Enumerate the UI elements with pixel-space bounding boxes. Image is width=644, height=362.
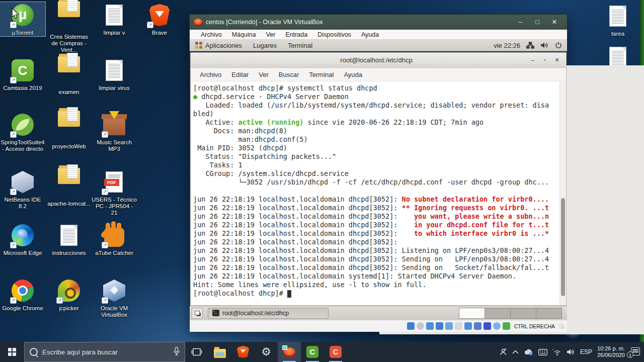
taskbar-app-virtualbox[interactable]: [278, 342, 301, 362]
desktop-icon-google-chrome[interactable]: ↗Google Chrome: [0, 278, 45, 312]
tray-overflow-chevron-icon[interactable]: [512, 350, 519, 354]
virtualbox-icon: [283, 347, 295, 357]
vbox-status-usb-icon[interactable]: [445, 322, 453, 330]
taskbar-app-file-explorer[interactable]: [208, 342, 231, 362]
vm-menu-archivo[interactable]: Archivo: [196, 31, 227, 38]
terminal-window-controls: –▫✕: [527, 57, 566, 63]
terminal-scrollbar-thumb[interactable]: [561, 198, 565, 296]
wifi-icon[interactable]: *: [552, 348, 561, 356]
terminal-line: Status: "Dispatching packets...": [193, 152, 559, 161]
desktop-icon-crea-sistemas-de-compras-vent[interactable]: Crea Sistemas de Compras - Vent...: [46, 2, 92, 53]
terminal-menu-terminal[interactable]: Terminal: [304, 71, 339, 78]
terminal-menu-archivo[interactable]: Archivo: [195, 71, 226, 78]
vm-titlebar[interactable]: centos [Corriendo] - Oracle VM VirtualBo…: [190, 15, 567, 30]
terminal-menu-editar[interactable]: Editar: [226, 71, 254, 78]
terminal-menu-ver[interactable]: Ver: [254, 71, 274, 78]
desktop-icon-label: USERS - Técnico PC - JPR504 - 21: [92, 197, 137, 216]
desktop-icon-atube-catcher[interactable]: ↗aTube Catcher: [92, 222, 137, 256]
desktop-icon-brave[interactable]: ↗Brave: [137, 2, 182, 36]
vbox-status-audio-icon[interactable]: [426, 322, 434, 330]
workspace-3[interactable]: [510, 308, 536, 319]
gnome-menu-lugares[interactable]: Lugares: [248, 40, 282, 51]
vbox-status-hdd-icon[interactable]: [407, 322, 415, 330]
speaker-icon[interactable]: [567, 348, 575, 355]
desktop-icon-microsoft-edge[interactable]: ↗Microsoft Edge: [0, 222, 45, 256]
terminal-body[interactable]: [root@localhost dhcp]# systemctl status …: [191, 82, 566, 305]
gnome-menu-terminal[interactable]: Terminal: [282, 40, 318, 51]
desktop-icon-oracle-vm-virtualbox[interactable]: ↗Oracle VM VirtualBox: [92, 278, 137, 318]
taskbar-app-settings[interactable]: ⚙: [255, 342, 278, 362]
terminal-text: Hint: Some lines were ellipsized, use -l…: [193, 281, 426, 289]
desktop-icon-users-t-cnico-pc-jpr504-21[interactable]: ↗USERS - Técnico PC - JPR504 - 21: [92, 169, 137, 216]
desktop-icon-jcpicker[interactable]: ↗jcpicker: [46, 278, 92, 312]
terminal-text: Status: "Dispatching packets...": [193, 152, 336, 160]
gnome-menu-aplicaciones[interactable]: Aplicaciones: [190, 40, 248, 51]
terminal-line: jun 26 22:18:19 localhost.localdomain dh…: [193, 238, 559, 246]
vm-menu-dispositivos[interactable]: Dispositivos: [312, 31, 356, 38]
terminal-menu-ayuda[interactable]: Ayuda: [339, 71, 367, 78]
terminal-maximize-button[interactable]: ▫: [539, 57, 551, 63]
workspace-1[interactable]: [459, 308, 485, 319]
terminal-close-button[interactable]: ✕: [551, 57, 563, 63]
vbox-status-mouse-icon[interactable]: [493, 322, 501, 330]
terminal-titlebar[interactable]: root@localhost:/etc/dhcp –▫✕: [191, 53, 566, 68]
vbox-status-optical-icon[interactable]: [417, 322, 424, 330]
vbox-status-shared-folder-icon[interactable]: [455, 322, 462, 330]
desktop-icon-music-search-mp3[interactable]: ↗Music Search MP3: [92, 112, 137, 152]
vbox-status-keyboard-icon[interactable]: [503, 322, 510, 330]
start-button[interactable]: [0, 342, 24, 362]
workspace-2[interactable]: [485, 308, 511, 319]
taskbar-app-camtasia-recorder[interactable]: [324, 342, 347, 362]
vbox-status-network-icon[interactable]: [436, 322, 443, 330]
vm-menu-ver[interactable]: Ver: [261, 31, 281, 38]
onedrive-icon[interactable]: [524, 348, 533, 355]
touch-keyboard-icon[interactable]: [538, 349, 547, 355]
desktop-icon-limpiar-virus[interactable]: limpiar virus: [92, 57, 137, 92]
microphone-icon[interactable]: [174, 347, 180, 357]
vbox-status-display-icon[interactable]: [464, 322, 472, 330]
show-desktop-button[interactable]: [192, 308, 203, 319]
taskbar-apps: ⚙: [185, 342, 347, 362]
resize-grip[interactable]: [559, 324, 564, 329]
desktop-icon-tarea[interactable]: tarea: [595, 3, 640, 37]
power-icon[interactable]: [555, 42, 562, 49]
vm-menu-entrada[interactable]: Entrada: [280, 31, 312, 38]
notification-center-icon[interactable]: 1: [630, 347, 640, 356]
search-input[interactable]: Escribe aquí para buscar: [24, 342, 185, 362]
clock[interactable]: 10:26 p. m. 26/06/2020: [597, 345, 625, 358]
terminal-menu-buscar[interactable]: Buscar: [274, 71, 304, 78]
desktop-icon-springtoolsuite4-acceso-directo[interactable]: ↗SpringToolSuite4 - Acceso directo: [0, 112, 45, 152]
vm-close-button[interactable]: ✕: [546, 15, 563, 30]
jcpicker-icon: ↗: [55, 278, 83, 304]
taskbar-app-task-view[interactable]: [185, 342, 208, 362]
vm-maximize-button[interactable]: □: [529, 15, 546, 30]
desktop-icon-examen[interactable]: examen: [46, 57, 92, 96]
vm-menu-máquina[interactable]: Máquina: [227, 31, 261, 38]
taskbar-app-brave[interactable]: [231, 342, 255, 362]
terminal-text: bled): [193, 110, 214, 118]
volume-icon[interactable]: [540, 42, 549, 49]
desktop-icon-torrent[interactable]: ↗µTorrent: [0, 2, 45, 36]
terminal-scrollbar[interactable]: [559, 82, 566, 305]
taskbar-app-camtasia[interactable]: [301, 342, 324, 362]
camtasia-icon: ↗: [9, 57, 36, 83]
workspace-4[interactable]: [536, 308, 562, 319]
doc-icon: [101, 2, 128, 28]
terminal-minimize-button[interactable]: –: [527, 57, 539, 63]
people-icon[interactable]: [499, 348, 507, 356]
shortcut-arrow-icon: ↗: [10, 189, 17, 195]
desktop-icon-netbeans-ide-8-2[interactable]: ↗NetBeans IDE 8.2: [0, 169, 45, 210]
vbox-status-features-icon[interactable]: [484, 322, 491, 330]
desktop-icon-limpiar-v[interactable]: limpiar v: [92, 2, 137, 36]
vbox-status-recording-icon[interactable]: [474, 322, 481, 330]
language-indicator[interactable]: ESP: [580, 348, 592, 355]
desktop-icon-instrucciones[interactable]: instrucciones: [46, 222, 92, 256]
desktop-icon-apache-tomcat[interactable]: apache-tomcat...: [46, 169, 92, 207]
taskbar-window-button[interactable]: root@localhost:/etc/dhcp: [208, 308, 329, 319]
desktop-icon-camtasia-2019[interactable]: ↗Camtasia 2019: [0, 57, 45, 92]
network-icon[interactable]: [526, 42, 534, 49]
vm-menu-ayuda[interactable]: Ayuda: [356, 31, 384, 38]
gnome-clock[interactable]: vie 22:26: [494, 42, 520, 49]
vm-minimize-button[interactable]: –: [512, 15, 529, 30]
desktop-icon-proyectoweb[interactable]: proyectoWeb: [46, 112, 92, 150]
